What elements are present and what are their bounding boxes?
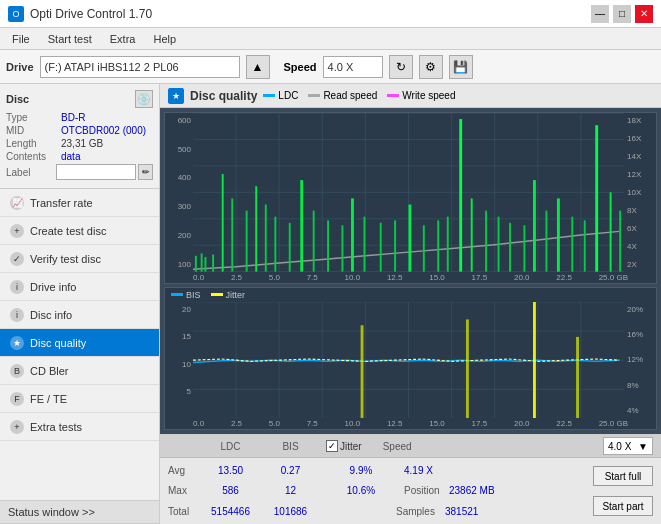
max-bis: 12 <box>263 485 318 496</box>
menu-help[interactable]: Help <box>145 31 184 47</box>
sidebar-item-extra-tests[interactable]: + Extra tests <box>0 413 159 441</box>
verify-test-disc-icon: ✓ <box>10 252 24 266</box>
sidebar-item-fe-te[interactable]: F FE / TE <box>0 385 159 413</box>
sidebar-item-drive-info[interactable]: i Drive info <box>0 273 159 301</box>
stats-data-area: Avg 13.50 0.27 9.9% 4.19 X Max 586 12 10… <box>160 458 661 524</box>
bis-jitter-legend: BIS Jitter <box>165 288 656 302</box>
ldc-chart-svg-container <box>193 113 624 272</box>
bis-chart-svg <box>193 302 624 418</box>
titlebar-left: O Opti Drive Control 1.70 <box>8 6 152 22</box>
menu-file[interactable]: File <box>4 31 38 47</box>
svg-rect-30 <box>341 225 343 271</box>
drive-info-icon: i <box>10 280 24 294</box>
settings-button[interactable]: ⚙ <box>419 55 443 79</box>
write-speed-legend: Write speed <box>387 90 455 101</box>
svg-rect-44 <box>523 225 525 271</box>
sidebar-item-disc-quality[interactable]: ★ Disc quality <box>0 329 159 357</box>
sidebar-item-verify-test-disc[interactable]: ✓ Verify test disc <box>0 245 159 273</box>
stats-speed-dropdown[interactable]: 4.0 X ▼ <box>603 437 653 455</box>
svg-rect-69 <box>533 302 536 418</box>
speed-col-header: Speed <box>370 441 425 452</box>
titlebar: O Opti Drive Control 1.70 — □ ✕ <box>0 0 661 28</box>
ldc-y-axis-right: 18X 16X 14X 12X 10X 8X 6X 4X 2X <box>624 113 656 272</box>
bis-chart-body: 20 15 10 5 <box>165 302 656 418</box>
eject-button[interactable]: ▲ <box>246 55 270 79</box>
extra-tests-icon: + <box>10 420 24 434</box>
close-button[interactable]: ✕ <box>635 5 653 23</box>
ldc-color-swatch <box>263 94 275 97</box>
x-25.0: 25.0 GB <box>599 273 628 282</box>
disc-icon-button[interactable]: 💿 <box>135 90 153 108</box>
speed-selector[interactable]: 4.0 X <box>323 56 383 78</box>
main-area: Disc 💿 Type BD-R MID OTCBDR002 (000) Len… <box>0 84 661 524</box>
total-row: Total 5154466 101686 Samples 381521 <box>168 506 573 517</box>
avg-row: Avg 13.50 0.27 9.9% 4.19 X <box>168 465 573 476</box>
total-label: Total <box>168 506 198 517</box>
avg-bis: 0.27 <box>263 465 318 476</box>
start-part-button[interactable]: Start part <box>593 496 653 516</box>
svg-rect-67 <box>361 325 364 418</box>
jitter-legend-item: Jitter <box>211 290 246 300</box>
svg-rect-46 <box>545 211 547 272</box>
svg-rect-32 <box>363 217 365 272</box>
samples-value: 381521 <box>445 506 478 517</box>
svg-rect-20 <box>222 174 224 272</box>
start-full-button[interactable]: Start full <box>593 466 653 486</box>
label-edit-button[interactable]: ✏ <box>138 164 153 180</box>
svg-rect-22 <box>246 211 248 272</box>
content-area: ★ Disc quality LDC Read speed Write spee… <box>160 84 661 524</box>
menu-start-test[interactable]: Start test <box>40 31 100 47</box>
stats-data-rows: Avg 13.50 0.27 9.9% 4.19 X Max 586 12 10… <box>160 458 581 524</box>
maximize-button[interactable]: □ <box>613 5 631 23</box>
jitter-checkbox[interactable]: ✓ <box>326 440 338 452</box>
y-label-200: 200 <box>178 231 191 240</box>
ldc-col-header: LDC <box>198 441 263 452</box>
sidebar-item-cd-bler[interactable]: B CD Bler <box>0 357 159 385</box>
menu-extra[interactable]: Extra <box>102 31 144 47</box>
svg-rect-18 <box>204 257 206 272</box>
bis-legend-item: BIS <box>171 290 201 300</box>
svg-rect-27 <box>300 180 303 272</box>
sidebar-item-create-test-disc[interactable]: + Create test disc <box>0 217 159 245</box>
ldc-chart: 600 500 400 300 200 100 <box>164 112 657 284</box>
jitter-color-swatch <box>211 293 223 296</box>
mid-value: OTCBDR002 (000) <box>61 125 146 136</box>
disc-mid-row: MID OTCBDR002 (000) <box>6 125 153 136</box>
bis-x-axis: 0.0 2.5 5.0 7.5 10.0 12.5 15.0 17.5 20.0… <box>165 418 656 429</box>
menubar: File Start test Extra Help <box>0 28 661 50</box>
svg-rect-68 <box>466 319 469 418</box>
fe-te-icon: F <box>10 392 24 406</box>
minimize-button[interactable]: — <box>591 5 609 23</box>
svg-rect-19 <box>212 255 214 272</box>
svg-rect-38 <box>447 217 449 272</box>
bis-col-header: BIS <box>263 441 318 452</box>
type-key: Type <box>6 112 61 123</box>
status-window-button[interactable]: Status window >> <box>0 500 159 524</box>
svg-rect-33 <box>380 223 382 272</box>
svg-rect-29 <box>327 220 329 271</box>
label-key: Label <box>6 167 56 178</box>
avg-jitter: 9.9% <box>326 465 396 476</box>
drive-selector[interactable]: (F:) ATAPI iHBS112 2 PL06 <box>40 56 240 78</box>
x-17.5: 17.5 <box>472 273 488 282</box>
sidebar-item-transfer-rate[interactable]: 📈 Transfer rate <box>0 189 159 217</box>
refresh-button[interactable]: ↻ <box>389 55 413 79</box>
disc-info-icon: i <box>10 308 24 322</box>
svg-rect-39 <box>459 119 462 272</box>
max-ldc: 586 <box>198 485 263 496</box>
speed-dropdown-area: 4.0 X ▼ <box>603 437 653 455</box>
x-10.0: 10.0 <box>345 273 361 282</box>
sidebar-item-disc-info[interactable]: i Disc info <box>0 301 159 329</box>
save-button[interactable]: 💾 <box>449 55 473 79</box>
x-5.0: 5.0 <box>269 273 280 282</box>
chart-legend: LDC Read speed Write speed <box>263 90 455 101</box>
x-12.5: 12.5 <box>387 273 403 282</box>
label-input[interactable] <box>56 164 136 180</box>
window-controls[interactable]: — □ ✕ <box>591 5 653 23</box>
jitter-legend-label: Jitter <box>226 290 246 300</box>
create-test-disc-icon: + <box>10 224 24 238</box>
mid-key: MID <box>6 125 61 136</box>
bis-jitter-chart: BIS Jitter 20 15 10 5 <box>164 287 657 430</box>
charts-area: 600 500 400 300 200 100 <box>160 108 661 434</box>
svg-rect-28 <box>313 211 315 272</box>
